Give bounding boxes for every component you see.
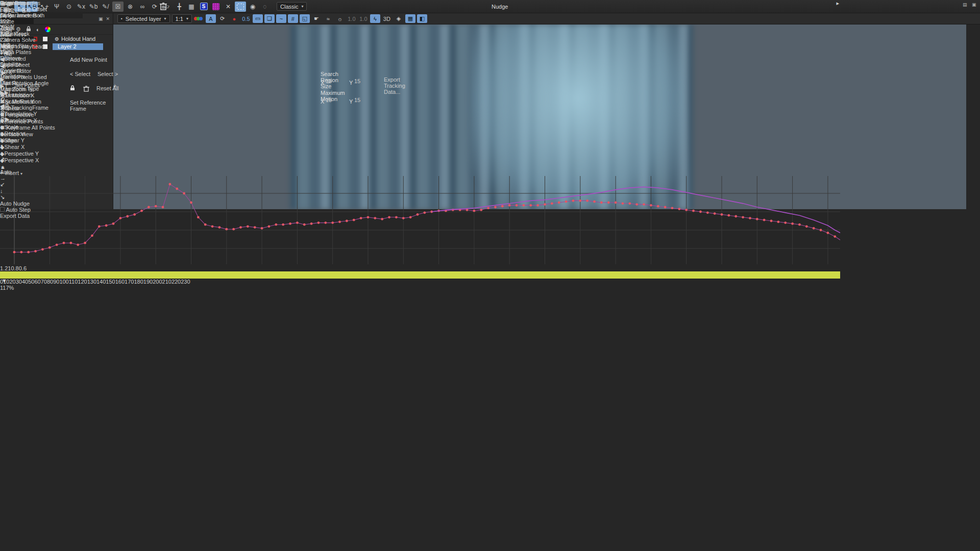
- curve-plot[interactable]: 1.210.80.6: [0, 176, 840, 279]
- search-region-y-input[interactable]: 15: [354, 78, 375, 84]
- x-label: X: [321, 98, 324, 105]
- surface-top-right-button[interactable]: [190, 62, 219, 73]
- tab-reorient[interactable]: Reorient: [0, 67, 81, 73]
- frame-axis-label: 220: [172, 279, 181, 285]
- radio-selected[interactable]: ○ Selected: [0, 56, 840, 62]
- subtab-transform[interactable]: Transform: [0, 73, 81, 80]
- frame-axis-label: 120: [78, 279, 87, 285]
- dope-sheet-button[interactable]: Dope Sheet: [0, 62, 840, 68]
- keyframe-all-points-checkbox[interactable]: ✖ Keyframe All Points: [0, 124, 81, 131]
- set-points-button[interactable]: Set Points: [14, 82, 54, 88]
- auto-nudge-header: Auto Nudge: [0, 201, 54, 207]
- parameter-item[interactable]: Max Zoom %: [0, 86, 840, 92]
- frame-axis-label: 180: [134, 279, 143, 285]
- nudge-label: Nudge: [492, 4, 508, 10]
- parameter-item[interactable]: ◆Shear Y: [0, 137, 840, 144]
- frame-axis-label: 80: [47, 279, 53, 285]
- radio-all[interactable]: ● All: [0, 49, 840, 56]
- tab-remove[interactable]: Remove: [0, 55, 81, 61]
- frame-axis-label: 130: [87, 279, 96, 285]
- tab-mega-plates[interactable]: Mega Plates: [0, 49, 81, 55]
- dock-panel-icon[interactable]: ▣: [972, 2, 976, 7]
- maximum-motion-x-input[interactable]: 15: [326, 97, 346, 103]
- trash-icon[interactable]: [159, 2, 167, 12]
- delete-point-button[interactable]: [83, 85, 94, 93]
- right-dock-strip: ▤ ▤: [0, 0, 12, 7]
- insert-row[interactable]: + Insert ▾: [0, 170, 840, 176]
- parameter-item[interactable]: ◆Scale: [0, 124, 840, 131]
- parameter-item[interactable]: Min % Pixels Used: [0, 74, 840, 80]
- surface-view-header: Surface View: [0, 131, 81, 137]
- reset-all-button[interactable]: Reset All: [96, 85, 121, 91]
- value-axis-label: 0.8: [11, 265, 18, 271]
- tab-insert[interactable]: Insert: [0, 43, 81, 49]
- tab-camera-solve[interactable]: Camera Solve: [0, 37, 81, 43]
- nudge-arrow-8-button[interactable]: ↘: [0, 194, 81, 201]
- parameter-item[interactable]: ◆Rotation: [0, 131, 840, 137]
- tab-lens[interactable]: Lens: [0, 12, 81, 18]
- curve-editor-button[interactable]: Curve Editor: [0, 68, 840, 74]
- checkbox-perspective[interactable]: ✖Perspective: [0, 112, 81, 118]
- parameter-item[interactable]: ◆Perspective Y: [0, 151, 840, 157]
- frame-axis: 0102030405060708090100110120130140150160…: [0, 279, 840, 285]
- nudge-arrow-2-button[interactable]: ↗: [0, 156, 81, 163]
- nudge-arrow-7-button[interactable]: ↓: [0, 188, 81, 194]
- mocha-pro-window: ⇩↖↖B↖+Ψ⊙✎x✎b✎/☒⊗∞⟳▱╋▦S✕◉◌ Classic ▾ Laye…: [0, 0, 980, 551]
- parameter-item[interactable]: ◆Perspective X: [0, 157, 840, 164]
- y-label: Y: [349, 98, 353, 105]
- set-reference-frame-button[interactable]: Set Reference Frame: [70, 99, 121, 112]
- surface-bottom-right-button[interactable]: [190, 84, 219, 95]
- y-label: Y: [349, 80, 353, 86]
- export-tracking-data-button[interactable]: Export Tracking Data...: [384, 77, 405, 95]
- add-new-point-button[interactable]: Add New Point: [70, 57, 121, 63]
- select-prev-button[interactable]: < Select: [70, 71, 94, 77]
- lock-point-button[interactable]: [70, 85, 81, 92]
- nudge-arrow-1-button[interactable]: ↑: [0, 150, 81, 156]
- parameters-panel: Parameters ▤ ▣ ClipLensMatteTrackAdjustT…: [0, 0, 81, 219]
- parameter-item[interactable]: SkipTrackingFrame: [0, 105, 840, 111]
- auto-step-checkbox[interactable]: Auto Step: [0, 207, 81, 213]
- checkbox-scale-rotation[interactable]: ✖Scale/Rotation: [0, 98, 81, 105]
- frame-axis-label: 190: [143, 279, 153, 285]
- selected-checkbox[interactable]: ✖ Selected: [0, 18, 840, 25]
- parameter-item[interactable]: ◆Translation X: [0, 117, 840, 124]
- tab-adjusttrack[interactable]: AdjustTrack: [0, 31, 81, 37]
- tab-clip[interactable]: Clip: [0, 6, 81, 12]
- check-icon: ✖: [0, 124, 5, 131]
- export-data-header: Export Data: [0, 213, 77, 219]
- tab-matte[interactable]: Matte: [0, 18, 81, 24]
- tab-stabilize[interactable]: Stabilize: [0, 61, 81, 67]
- parameter-item[interactable]: ◆Shear X: [0, 144, 840, 151]
- parameter-item[interactable]: Max Rotation Angle: [0, 80, 840, 86]
- menu-icon[interactable]: ▤: [7, 0, 12, 6]
- parameter-item[interactable]: ◆Translation Y: [0, 111, 840, 117]
- move-to-playhead-button[interactable]: Move to playhead: [0, 43, 840, 49]
- frame-axis-label: 20: [9, 279, 15, 285]
- parameter-item[interactable]: Max Motion Y: [0, 98, 840, 105]
- frame-axis-label: 170: [125, 279, 134, 285]
- nudge-auto-button[interactable]: Auto: [0, 169, 81, 175]
- surface-bottom-left-button[interactable]: [149, 84, 179, 95]
- parameter-list: Min % Pixels UsedMax Rotation AngleMax Z…: [0, 74, 840, 176]
- frame-axis-label: 100: [59, 279, 68, 285]
- checkbox-shear[interactable]: ✖Shear: [0, 105, 81, 112]
- graphs-panel-title: Graphs: [0, 0, 840, 6]
- nudge-arrow-5-button[interactable]: →: [0, 175, 81, 181]
- surface-top-left-button[interactable]: [149, 62, 179, 73]
- parameter-item[interactable]: Max Motion X: [0, 92, 840, 98]
- checkbox-translation[interactable]: ✖Translation: [0, 92, 81, 98]
- search-region-x-input[interactable]: 15: [326, 78, 346, 84]
- frame-axis-label: 140: [96, 279, 106, 285]
- parameter-list-scrollbar[interactable]: ▲▼: [0, 164, 840, 170]
- select-next-button[interactable]: Select >: [97, 71, 121, 77]
- graphs-panel: Graphs Filter All Parameters ▾ ✖ Selecte…: [0, 0, 840, 291]
- frame-axis-label: 160: [115, 279, 125, 285]
- nudge-arrow-6-button[interactable]: ↙: [0, 181, 81, 188]
- nudge-arrow-0-button[interactable]: ↖: [0, 143, 81, 150]
- menu-icon[interactable]: ▤: [963, 2, 967, 7]
- maximum-motion-y-input[interactable]: 15: [354, 97, 375, 103]
- menu-icon[interactable]: ▤: [0, 0, 5, 6]
- nudge-arrow-3-button[interactable]: ←: [0, 163, 81, 169]
- graph-playhead[interactable]: [0, 271, 840, 279]
- tab-track[interactable]: Track: [0, 24, 81, 31]
